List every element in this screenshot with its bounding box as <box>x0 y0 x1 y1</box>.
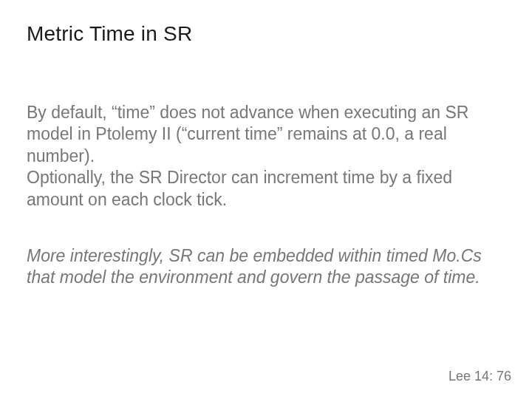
paragraph-2: More interestingly, SR can be embedded w… <box>27 245 499 289</box>
slide: Metric Time in SR By default, “time” doe… <box>0 0 532 399</box>
slide-title: Metric Time in SR <box>27 22 192 46</box>
slide-footer: Lee 14: 76 <box>449 369 511 384</box>
paragraph-1: By default, “time” does not advance when… <box>27 102 499 211</box>
